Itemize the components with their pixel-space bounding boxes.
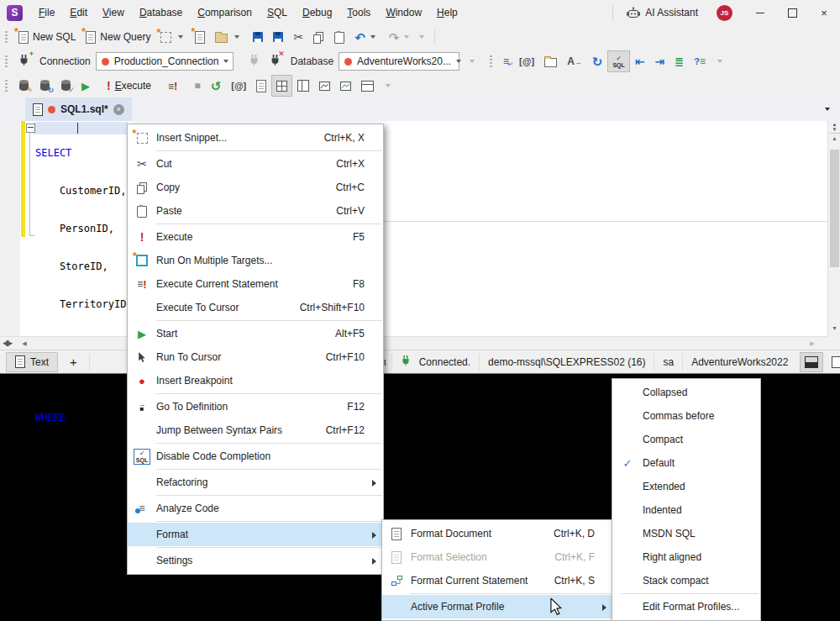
menu-item-profile-compact[interactable]: Compact (612, 428, 760, 451)
code-line[interactable]: Sales.Custom (35, 374, 133, 387)
refresh-button[interactable]: ↻ (587, 50, 608, 72)
menu-item-disable-code-completion[interactable]: SQL Disable Code Completion (128, 445, 383, 468)
save-all-button[interactable] (268, 26, 288, 48)
menu-item-profile-commas-before[interactable]: Commas before (612, 404, 760, 428)
start-debug-button[interactable]: ▶ (76, 75, 95, 97)
edit-database-button[interactable]: ✎ (13, 75, 34, 97)
menu-item-profile-right-aligned[interactable]: Right aligned (612, 545, 760, 569)
format-lines-button[interactable]: ≣ (669, 50, 689, 72)
menu-view[interactable]: View (95, 3, 132, 22)
undo-button[interactable]: ↶ (349, 26, 370, 48)
code-line[interactable]: CustomerID, (35, 185, 133, 197)
menu-item-profile-default[interactable]: ✓ Default (612, 451, 760, 475)
menu-edit[interactable]: Edit (62, 3, 95, 22)
menu-item-format-selection[interactable]: Format Selection Ctrl+K, F (382, 545, 613, 569)
undo-dropdown-icon[interactable] (370, 35, 375, 39)
increase-indent-button[interactable]: ⇥ (650, 50, 670, 72)
redo-dropdown-icon[interactable] (404, 35, 409, 39)
full-panel-toggle-button[interactable] (827, 353, 840, 371)
code-editor[interactable]: SELECT CustomerID, PersonID, StoreID, Te… (0, 121, 840, 336)
scroll-up-icon[interactable]: ▲ (828, 135, 840, 141)
refresh-database-button[interactable]: ↻ (34, 75, 55, 97)
cut-button[interactable]: ✂ (288, 26, 308, 48)
code-line[interactable]: TerritoryID (35, 450, 133, 462)
menu-item-format[interactable]: Format (128, 523, 383, 546)
menu-item-profile-indented[interactable]: Indented (612, 498, 760, 522)
paste-button[interactable] (329, 26, 349, 48)
split-pane-handle[interactable]: ◂▮▸ (3, 339, 12, 347)
window-split-button[interactable] (356, 75, 379, 97)
menu-item-paste[interactable]: Paste Ctrl+V (128, 199, 383, 223)
menu-item-refactoring[interactable]: Refactoring (128, 471, 383, 494)
menu-item-profile-msdn-sql[interactable]: MSDN SQL (612, 522, 760, 545)
menu-item-insert-snippet[interactable]: Insert Snippet... Ctrl+K, X (128, 126, 383, 150)
redo-button[interactable]: ↷ (384, 26, 405, 48)
code-completion-toggle-button[interactable]: SQL (607, 50, 629, 72)
menu-item-execute[interactable]: ! Execute F5 (128, 225, 383, 249)
minimize-button[interactable] (744, 0, 776, 25)
vertical-scroll-thumb[interactable] (830, 150, 839, 267)
connect-button[interactable] (244, 50, 265, 72)
menu-item-format-document[interactable]: Format Document Ctrl+K, D (382, 522, 613, 545)
menu-item-settings[interactable]: Settings (128, 549, 383, 572)
menu-item-execute-to-cursor[interactable]: Execute To Cursor Ctrl+Shift+F10 (128, 296, 383, 319)
horizontal-scrollbar[interactable]: ◂▮▸ ◀ ▶ (0, 336, 827, 350)
menu-item-run-to-cursor[interactable]: Run To Cursor Ctrl+F10 (128, 345, 383, 369)
menu-item-cut[interactable]: ✂ Cut Ctrl+X (128, 152, 383, 176)
code-text[interactable]: SELECT CustomerID, PersonID, StoreID, Te… (35, 122, 133, 487)
menu-item-jump-between-syntax-pairs[interactable]: Jump Between Syntax Pairs Ctrl+F12 (128, 418, 383, 442)
menu-tools[interactable]: Tools (339, 3, 378, 22)
results-to-grid-button[interactable] (271, 75, 292, 97)
menu-item-edit-format-profiles[interactable]: Edit Format Profiles... (612, 595, 760, 618)
menu-item-execute-current-statement[interactable]: ≡! Execute Current Statement F8 (128, 272, 383, 296)
code-line[interactable]: SELECT (35, 147, 133, 160)
user-avatar[interactable]: JS (717, 5, 732, 21)
scroll-left-icon[interactable]: ◀ (20, 340, 29, 347)
new-query-button[interactable]: New Query (81, 26, 155, 48)
export-document-button[interactable] (251, 75, 271, 97)
connection-toolbar-overflow-icon[interactable] (717, 60, 722, 63)
query-help-button[interactable]: ?≡ (689, 50, 711, 72)
database-name[interactable]: AdventureWorks2022 (683, 356, 796, 368)
execute-button[interactable]: ! Execute (102, 75, 156, 97)
insert-snippet-toolbar-button[interactable] (155, 26, 176, 48)
menu-item-format-current-statement[interactable]: Format Current Statement Ctrl+K, S (382, 569, 613, 592)
connection-select[interactable]: Production_Connection (96, 52, 234, 71)
menu-item-profile-stack-compact[interactable]: Stack compact (612, 569, 760, 592)
code-fold-toggle[interactable] (26, 124, 35, 133)
ai-assistant-button[interactable]: AI Assistant (622, 7, 703, 18)
change-case-button[interactable]: A→ (562, 50, 587, 72)
export-results-button[interactable] (335, 75, 356, 97)
new-document-button[interactable] (190, 26, 210, 48)
save-button[interactable] (248, 26, 268, 48)
tab-list-dropdown-icon[interactable] (825, 108, 830, 111)
menu-debug[interactable]: Debug (295, 3, 339, 22)
copy-button[interactable] (308, 26, 329, 48)
code-line[interactable]: PersonID, (35, 223, 133, 235)
execute-statement-button[interactable]: ≡! (163, 75, 182, 97)
menu-file[interactable]: File (31, 3, 62, 22)
decrease-indent-button[interactable]: ⇤ (630, 50, 650, 72)
split-editor-handle[interactable]: ▴▾ (829, 122, 840, 134)
word-wrap-button[interactable]: ≡ (498, 50, 514, 72)
text-view-tab[interactable]: Text (6, 352, 58, 372)
menu-comparison[interactable]: Comparison (190, 3, 260, 22)
execution-history-button[interactable]: ↺ (206, 75, 227, 97)
toolbar-drag-handle[interactable] (5, 31, 8, 44)
menu-item-start[interactable]: ▶ Start Alt+F5 (128, 322, 383, 345)
database-select[interactable]: AdventureWorks20... (339, 52, 459, 71)
menu-item-run-on-multiple-targets[interactable]: Run On Multiple Targets... (128, 249, 383, 272)
menu-database[interactable]: Database (132, 3, 190, 22)
validate-database-button[interactable]: ✓ (55, 75, 76, 97)
new-connection-button[interactable]: + (13, 50, 34, 72)
menu-item-copy[interactable]: Copy Ctrl+C (128, 176, 383, 199)
database-extra-caret-icon[interactable] (470, 60, 475, 63)
vertical-scrollbar[interactable]: ▴▾ ▲ ▼ (827, 121, 840, 336)
disconnect-button[interactable]: ✕ (265, 50, 286, 72)
execute-toolbar-overflow-icon[interactable] (386, 84, 391, 87)
template-button[interactable]: [@] (514, 50, 539, 72)
rename-button[interactable] (539, 50, 562, 72)
document-tab[interactable]: SQL1.sql* × (25, 97, 132, 121)
tab-close-icon[interactable]: × (113, 104, 124, 115)
open-file-button[interactable] (210, 26, 233, 48)
